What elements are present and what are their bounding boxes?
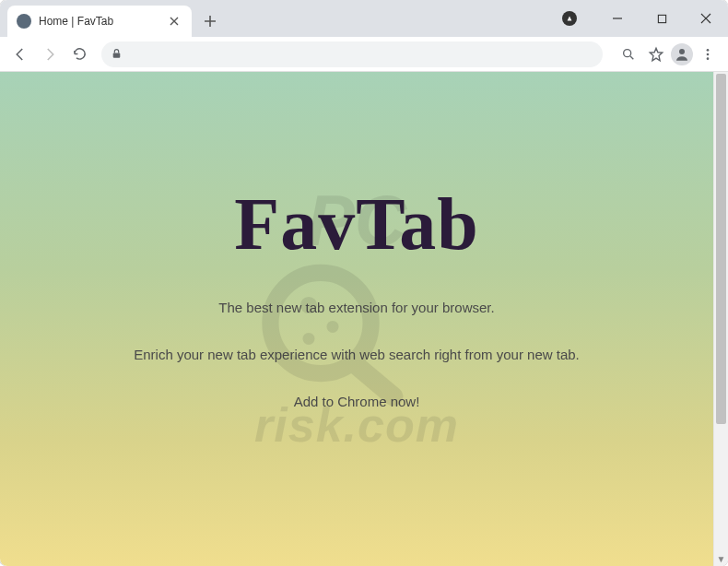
reload-button[interactable] bbox=[66, 41, 92, 67]
tab-favicon bbox=[17, 14, 31, 29]
watermark: PC risk.com bbox=[0, 72, 713, 566]
tab-close-icon[interactable] bbox=[166, 17, 182, 26]
toolbar-right bbox=[616, 41, 721, 67]
browser-titlebar: Home | FavTab bbox=[0, 0, 728, 37]
svg-marker-0 bbox=[568, 17, 572, 21]
back-button[interactable] bbox=[7, 41, 33, 67]
menu-button[interactable] bbox=[695, 41, 721, 67]
address-bar[interactable] bbox=[101, 41, 603, 67]
profile-avatar-icon[interactable] bbox=[671, 43, 693, 65]
incognito-badge-icon bbox=[562, 11, 577, 26]
page-subline: Enrich your new tab experience with web … bbox=[134, 347, 580, 362]
browser-tab-active[interactable]: Home | FavTab bbox=[7, 6, 192, 37]
window-close-button[interactable] bbox=[686, 6, 726, 31]
page-tagline: The best new tab extension for your brow… bbox=[218, 300, 494, 315]
zoom-icon[interactable] bbox=[616, 41, 641, 67]
window-maximize-button[interactable] bbox=[641, 6, 682, 31]
vertical-scrollbar[interactable]: ▲ ▼ bbox=[713, 72, 728, 566]
forward-button[interactable] bbox=[37, 41, 63, 67]
tab-title: Home | FavTab bbox=[39, 15, 159, 28]
new-tab-button[interactable] bbox=[197, 8, 223, 34]
scroll-down-icon[interactable]: ▼ bbox=[714, 551, 728, 566]
window-controls bbox=[562, 0, 726, 37]
svg-point-5 bbox=[707, 49, 710, 52]
scrollbar-thumb[interactable] bbox=[716, 74, 726, 424]
svg-point-4 bbox=[679, 49, 685, 54]
svg-point-3 bbox=[624, 49, 631, 56]
svg-point-12 bbox=[327, 321, 339, 333]
svg-point-7 bbox=[707, 57, 710, 60]
page-cta: Add to Chrome now! bbox=[294, 394, 420, 409]
browser-toolbar bbox=[0, 37, 728, 72]
window-minimize-button[interactable] bbox=[597, 6, 638, 31]
svg-point-13 bbox=[303, 333, 315, 345]
svg-rect-2 bbox=[113, 53, 121, 57]
svg-point-6 bbox=[707, 53, 710, 55]
page-logo: FavTab bbox=[234, 183, 478, 266]
svg-rect-1 bbox=[658, 15, 665, 22]
bookmark-star-icon[interactable] bbox=[643, 41, 669, 67]
lock-icon bbox=[111, 48, 123, 60]
page-content: PC risk.com FavTab The best new tab exte… bbox=[0, 72, 713, 566]
browser-viewport: PC risk.com FavTab The best new tab exte… bbox=[0, 72, 728, 566]
